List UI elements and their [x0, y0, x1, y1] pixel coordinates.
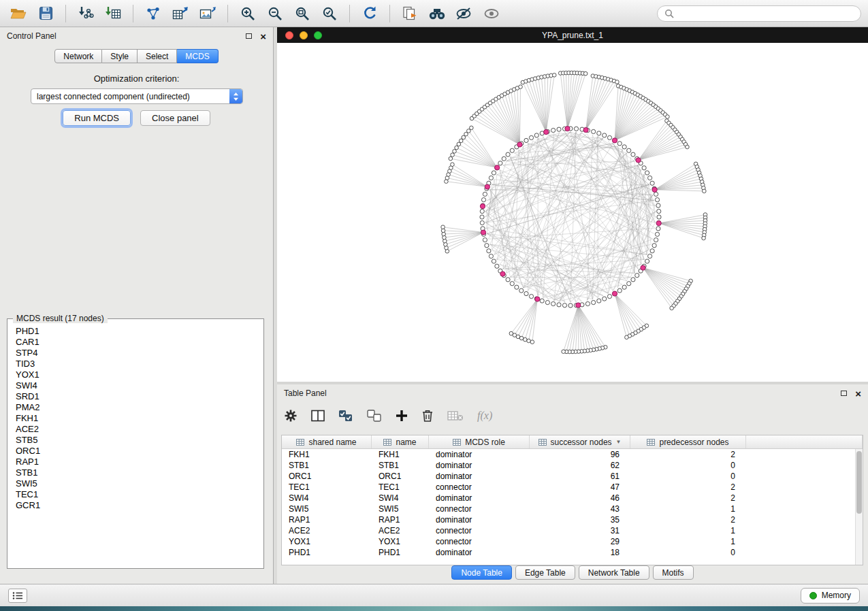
- function-builder-icon[interactable]: f(x): [477, 410, 492, 422]
- result-item[interactable]: STB1: [10, 467, 261, 478]
- tab-edge-table[interactable]: Edge Table: [515, 565, 575, 580]
- zoom-selected-icon[interactable]: [318, 3, 341, 24]
- memory-status-icon: [809, 592, 817, 599]
- search-input[interactable]: [678, 9, 854, 18]
- import-table-icon[interactable]: [101, 3, 125, 24]
- close-table-panel-icon[interactable]: ×: [855, 389, 861, 399]
- window-controls: [285, 31, 322, 39]
- result-item[interactable]: ACE2: [10, 424, 261, 435]
- result-item[interactable]: GCR1: [10, 500, 261, 511]
- table-scrollbar[interactable]: [855, 449, 863, 565]
- table-cell: ORC1: [372, 472, 429, 481]
- result-item[interactable]: YOX1: [10, 369, 261, 380]
- result-item[interactable]: FKH1: [10, 413, 261, 424]
- node-table: shared namenameMCDS rolesuccessor nodes▼…: [281, 435, 863, 565]
- run-mcds-button[interactable]: Run MCDS: [63, 110, 131, 126]
- close-window-icon[interactable]: [285, 31, 293, 39]
- close-panel-button[interactable]: Close panel: [140, 110, 210, 126]
- column-header[interactable]: name: [372, 435, 429, 448]
- table-scrollbar-thumb[interactable]: [856, 451, 862, 514]
- table-cell: 1: [630, 504, 746, 514]
- find-icon[interactable]: [425, 3, 449, 24]
- table-row[interactable]: SWI4SWI4dominator462: [282, 493, 863, 503]
- export-table-icon[interactable]: [169, 3, 192, 24]
- result-item[interactable]: TID3: [10, 359, 261, 369]
- save-session-icon[interactable]: [34, 3, 57, 24]
- column-header[interactable]: MCDS role: [429, 435, 530, 448]
- float-panel-icon[interactable]: [246, 33, 252, 39]
- delete-table-icon[interactable]: [447, 410, 464, 422]
- table-cell: connector: [429, 537, 530, 546]
- import-network-icon[interactable]: [74, 3, 97, 24]
- table-cell: 2: [630, 515, 746, 525]
- optimization-criterion-label: Optimization criterion:: [0, 73, 273, 84]
- table-row[interactable]: SWI5SWI5connector431: [282, 503, 863, 514]
- table-row[interactable]: FKH1FKH1dominator962: [282, 449, 863, 460]
- select-all-icon[interactable]: [338, 410, 353, 422]
- table-cell: 29: [530, 537, 630, 546]
- style-preview-icon[interactable]: [453, 3, 476, 24]
- table-row[interactable]: ACE2ACE2connector311: [282, 525, 863, 536]
- zoom-out-icon[interactable]: [263, 3, 287, 24]
- deselect-all-icon[interactable]: [367, 410, 382, 422]
- refresh-layout-icon[interactable]: [358, 3, 381, 24]
- add-column-icon[interactable]: [396, 410, 408, 422]
- table-cell: 2: [630, 482, 746, 492]
- task-history-icon[interactable]: [8, 589, 27, 603]
- result-item[interactable]: STB5: [10, 435, 261, 446]
- table-cell: ORC1: [282, 472, 372, 481]
- table-row[interactable]: PHD1PHD1dominator180: [282, 547, 863, 558]
- column-header[interactable]: shared name: [282, 435, 372, 448]
- result-item[interactable]: SRD1: [10, 391, 261, 402]
- column-header[interactable]: successor nodes▼: [530, 435, 630, 448]
- table-row[interactable]: YOX1YOX1connector291: [282, 536, 863, 547]
- result-item[interactable]: PHD1: [10, 326, 261, 337]
- result-item[interactable]: PMA2: [10, 402, 261, 413]
- table-row[interactable]: STB1STB1dominator620: [282, 460, 863, 471]
- maximize-window-icon[interactable]: [314, 31, 322, 39]
- tab-select[interactable]: Select: [138, 49, 177, 63]
- result-item[interactable]: RAP1: [10, 457, 261, 467]
- result-item[interactable]: CAR1: [10, 337, 261, 348]
- table-row[interactable]: ORC1ORC1dominator610: [282, 471, 863, 482]
- table-cell: RAP1: [372, 515, 429, 525]
- close-panel-icon[interactable]: ×: [260, 31, 266, 42]
- result-item[interactable]: SWI5: [10, 478, 261, 489]
- column-header[interactable]: predecessor nodes: [630, 435, 746, 448]
- network-view-title: YPA_prune.txt_1: [542, 31, 603, 40]
- delete-column-icon[interactable]: [421, 409, 434, 423]
- result-item[interactable]: ORC1: [10, 446, 261, 457]
- table-settings-icon[interactable]: [284, 409, 298, 423]
- minimize-window-icon[interactable]: [300, 31, 308, 39]
- table-cell: ACE2: [372, 526, 429, 535]
- show-hide-icon[interactable]: [480, 3, 503, 24]
- table-cell: dominator: [429, 493, 530, 503]
- result-item[interactable]: TEC1: [10, 489, 261, 500]
- criterion-dropdown[interactable]: largest connected component (undirected): [31, 88, 243, 104]
- share-network-icon[interactable]: [142, 3, 165, 24]
- tab-network-table[interactable]: Network Table: [579, 565, 649, 580]
- table-cell: 96: [530, 450, 630, 459]
- float-table-panel-icon[interactable]: [841, 391, 847, 396]
- column-type-icon: [539, 439, 547, 446]
- copy-network-icon[interactable]: [398, 3, 421, 24]
- tab-mcds[interactable]: MCDS: [177, 49, 218, 63]
- table-cell: 0: [630, 472, 746, 481]
- table-row[interactable]: TEC1TEC1connector472: [282, 482, 863, 493]
- tab-style[interactable]: Style: [102, 49, 138, 63]
- export-image-icon[interactable]: [196, 3, 219, 24]
- tab-network[interactable]: Network: [54, 49, 102, 63]
- zoom-fit-icon[interactable]: [291, 3, 314, 24]
- table-cell: 62: [530, 461, 630, 470]
- network-canvas[interactable]: [277, 43, 868, 382]
- result-item[interactable]: STP4: [10, 348, 261, 359]
- network-view-titlebar[interactable]: YPA_prune.txt_1: [277, 27, 868, 43]
- show-columns-icon[interactable]: [311, 410, 325, 422]
- tab-motifs[interactable]: Motifs: [653, 565, 694, 580]
- zoom-in-icon[interactable]: [236, 3, 259, 24]
- tab-node-table[interactable]: Node Table: [451, 565, 512, 580]
- open-session-icon[interactable]: [7, 3, 30, 24]
- memory-button[interactable]: Memory: [801, 588, 860, 604]
- result-item[interactable]: SWI4: [10, 380, 261, 391]
- table-row[interactable]: RAP1RAP1dominator352: [282, 514, 863, 525]
